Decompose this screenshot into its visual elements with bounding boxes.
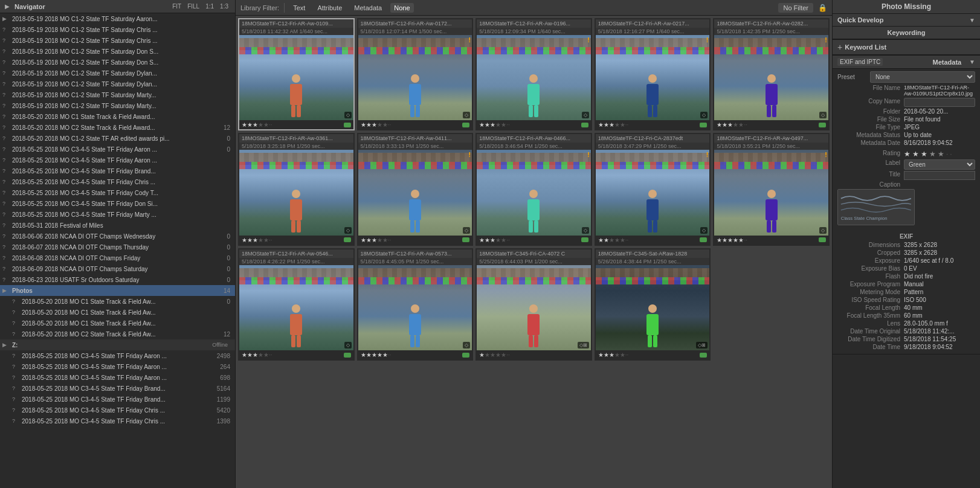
collection-item[interactable]: ?2018-05-25 2018 MO C3-4-5 State TF Frid… [0, 394, 235, 405]
cell-rating[interactable]: ★★★★★·· [717, 121, 747, 128]
cell-star-3[interactable]: ★ [609, 237, 614, 243]
collection-item[interactable]: ?2018-05-25 2018 MO C3-4-5 State TF Frid… [0, 165, 235, 176]
cell-star-5[interactable]: ★ [263, 352, 269, 358]
cell-star-2[interactable]: ★ [366, 237, 372, 243]
cell-star-1[interactable]: ★ [598, 237, 604, 243]
collection-item[interactable]: ?2018-05-25 2018 MO C3-4-5 State TF Frid… [0, 144, 235, 155]
cell-star-5[interactable]: ★ [501, 121, 506, 128]
photo-cell[interactable]: 18MOStateTF-C12-Fri-AR-Aw-0196...5/18/20… [475, 18, 592, 130]
collection-item[interactable]: ?2018-05-19 2018 MO C1-2 State TF Saturd… [0, 46, 235, 57]
cell-rating[interactable]: ★★★★★·· [717, 237, 747, 243]
cell-star-3[interactable]: ★ [372, 352, 377, 358]
collection-item[interactable]: ?2018-05-25 2018 MO C3-4-5 State TF Frid… [0, 155, 235, 165]
collection-item[interactable]: ?2018-05-20 2018 MO C1-2 State TF AR edi… [0, 133, 235, 144]
collection-item[interactable]: ?2018-05-19 2018 MO C1-2 State TF Saturd… [0, 89, 235, 100]
collection-item[interactable]: ▶2018-05-19 2018 MO C1-2 State TF Saturd… [0, 13, 235, 24]
collection-item[interactable]: ?2018-06-09 2018 NCAA DI OTF Champs Satu… [0, 263, 235, 274]
none-button[interactable]: None [390, 3, 413, 13]
cell-star-1[interactable]: ★ [361, 121, 366, 128]
preset-dropdown[interactable]: None [870, 71, 975, 83]
cell-star-4[interactable]: ★ [377, 121, 382, 128]
cell-star-5[interactable]: ★ [501, 352, 506, 358]
copyname-input[interactable] [904, 98, 975, 107]
cell-star-5[interactable]: ★ [501, 237, 506, 243]
cell-star-3[interactable]: ★ [490, 121, 495, 128]
cell-star-1[interactable]: ★ [479, 121, 485, 128]
cell-star-5[interactable]: ★ [263, 237, 269, 243]
cell-star-1[interactable]: ★ [361, 352, 366, 358]
cell-rating[interactable]: ★★★★★·· [598, 121, 629, 128]
cell-rating[interactable]: ★★★★★·· [361, 352, 392, 358]
star-3[interactable]: ★ [921, 150, 927, 158]
navigator-triangle[interactable]: ▶ [5, 3, 10, 10]
cell-rating[interactable]: ★★★★★·· [242, 237, 272, 243]
fill-button[interactable]: FILL [185, 2, 201, 10]
collection-item[interactable]: ?2018-05-20 2018 MO C1 State Track & Fie… [0, 111, 235, 122]
collection-item[interactable]: ?2018-05-19 2018 MO C1-2 State TF Saturd… [0, 24, 235, 35]
cell-star-1[interactable]: ★ [479, 237, 485, 243]
cell-star-4[interactable]: ★ [495, 352, 501, 358]
star-1[interactable]: ★ [904, 150, 911, 158]
photo-cell[interactable]: 18MOStateTF-C345-Fri-CA-4072 C5/25/2018 … [475, 248, 592, 361]
collection-item[interactable]: ?2018-05-19 2018 MO C1-2 State TF Saturd… [0, 35, 235, 46]
cell-rating[interactable]: ★★★★★·· [479, 237, 510, 243]
cell-rating[interactable]: ★★★★★·· [479, 352, 510, 358]
collection-item[interactable]: ?2018-05-19 2018 MO C1-2 State TF Saturd… [0, 79, 235, 89]
rating-stars[interactable]: ★ ★ ★ ★ ★ · · [904, 150, 952, 158]
cell-star-1[interactable]: ★ [242, 352, 247, 358]
cell-star-4[interactable]: ★ [377, 237, 382, 243]
photo-cell[interactable]: 18MOStateTF-C345-Sat-ARaw-18285/26/2018 … [595, 248, 711, 361]
photo-cell[interactable]: 18MOStateTF-C12-Fri-AR-Aw-0466...5/18/20… [475, 133, 592, 245]
no-filter-button[interactable]: No Filter [778, 3, 813, 13]
attribute-button[interactable]: Attribute [314, 3, 346, 13]
cell-star-3[interactable]: ★ [490, 352, 495, 358]
title-input[interactable] [904, 171, 975, 180]
metadata-button[interactable]: Metadata [350, 3, 385, 13]
cell-star-2[interactable]: ★ [366, 121, 372, 128]
cell-star-4[interactable]: ★ [258, 352, 263, 358]
collection-item[interactable]: ?2018-05-25 2018 MO C3-4-5 State TF Frid… [0, 209, 235, 220]
collection-item[interactable]: ?2018-05-20 2018 MO C2 State Track & Fie… [0, 329, 235, 339]
cell-star-5[interactable]: ★ [382, 352, 388, 358]
collection-item[interactable]: ▶Z:Offline [0, 339, 235, 350]
lock-icon[interactable]: 🔒 [818, 4, 827, 12]
collection-item[interactable]: ?2018-05-20 2018 MO C2 State Track & Fie… [0, 122, 235, 133]
collection-item[interactable]: ?2018-05-25 2018 MO C3-4-5 State TF Frid… [0, 416, 235, 426]
cell-star-2[interactable]: ★ [604, 237, 609, 243]
cell-star-5[interactable]: ★ [620, 352, 625, 358]
photo-cell[interactable]: 18MOStateTF-C12-Fri-CA-2837edt5/18/2018 … [595, 133, 711, 245]
cell-star-3[interactable]: ★ [609, 352, 614, 358]
cell-star-4[interactable]: ★ [495, 121, 501, 128]
collection-item[interactable]: ?2018-05-25 2018 MO C3-4-5 State TF Frid… [0, 405, 235, 416]
collection-item[interactable]: ▶Photos14 [0, 285, 235, 296]
cell-star-1[interactable]: ★ [479, 352, 485, 358]
cell-star-4[interactable]: ★ [614, 352, 620, 358]
photo-cell[interactable]: 18MOStateTF-C12-Fri-AR-Aw-0411...5/18/20… [357, 133, 474, 245]
cell-star-1[interactable]: ★ [598, 352, 604, 358]
keywording-header[interactable]: Keywording [833, 27, 980, 39]
photo-cell[interactable]: 18MOStateTF-C12-Fri-AR-Aw-0217...5/18/20… [595, 18, 711, 130]
collection-item[interactable]: ?2018-05-25 2018 MO C3-4-5 State TF Frid… [0, 187, 235, 198]
photo-cell[interactable]: 18MOStateTF-C12-Fri-AR-Aw-0109...5/18/20… [238, 18, 355, 130]
cell-star-4[interactable]: ★ [614, 121, 620, 128]
cell-star-4[interactable]: ★ [258, 237, 263, 243]
collection-item[interactable]: ?2018-05-25 2018 MO C3-4-5 State TF Frid… [0, 176, 235, 187]
collection-item[interactable]: ?2018-05-19 2018 MO C1-2 State TF Saturd… [0, 68, 235, 79]
cell-star-5[interactable]: ★ [263, 121, 269, 128]
plus-icon[interactable]: + [837, 42, 842, 52]
collection-item[interactable]: ?2018-06-08 2018 NCAA DI OTF Champs Frid… [0, 252, 235, 263]
star-5[interactable]: ★ [938, 150, 944, 158]
photo-cell[interactable]: 18MOStateTF-C12-Fri-AR-Aw-0282...5/18/20… [713, 18, 830, 130]
collection-item[interactable]: ?2018-06-23 2018 USATF Sr Outdoors Satur… [0, 274, 235, 285]
collection-item[interactable]: ?2018-05-20 2018 MO C1 State Track & Fie… [0, 318, 235, 329]
collection-item[interactable]: ?2018-05-20 2018 MO C1 State Track & Fie… [0, 296, 235, 307]
ratio1-display[interactable]: 1:1 [204, 2, 216, 10]
text-button[interactable]: Text [289, 3, 309, 13]
photo-cell[interactable]: 18MOStateTF-C12-Fri-AR-Aw-0361...5/18/20… [238, 133, 355, 245]
cell-star-2[interactable]: ★ [604, 121, 609, 128]
cell-rating[interactable]: ★★★★★·· [242, 121, 272, 128]
cell-star-5[interactable]: ★ [620, 237, 625, 243]
cell-star-2[interactable]: ★ [485, 121, 490, 128]
cell-rating[interactable]: ★★★★★·· [242, 352, 272, 358]
star-2[interactable]: ★ [912, 150, 919, 158]
